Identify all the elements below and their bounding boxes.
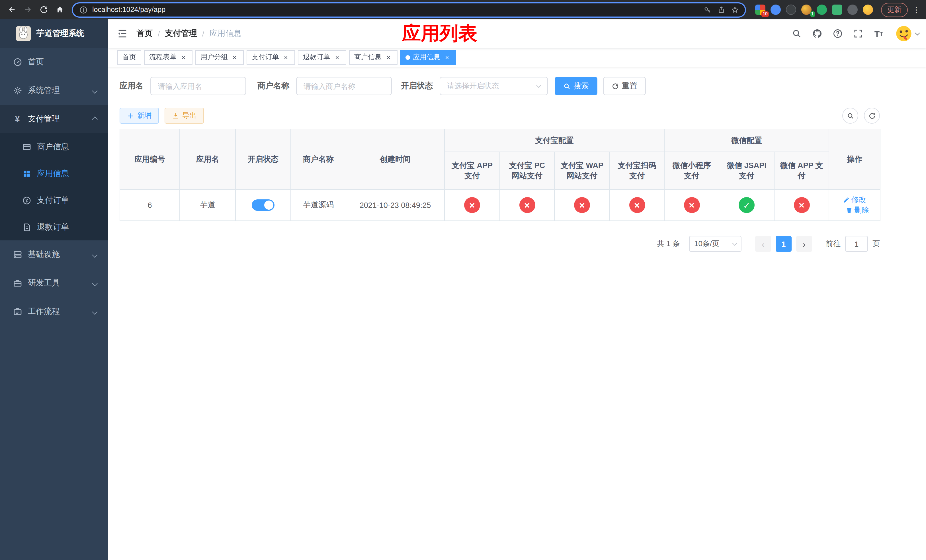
sidebar-item-dev-tools[interactable]: 研发工具 xyxy=(0,269,108,297)
col-app-id: 应用编号 xyxy=(120,129,180,189)
edit-link[interactable]: 修改 xyxy=(843,195,866,205)
share-icon[interactable] xyxy=(716,5,726,14)
tab-home[interactable]: 首页 xyxy=(117,50,141,65)
tab-refund-orders[interactable]: 退款订单 xyxy=(298,50,346,65)
breadcrumb-home[interactable]: 首页 xyxy=(137,29,153,39)
browser-menu-icon[interactable]: ⋮ xyxy=(911,5,921,14)
screen: localhost:1024/pay/app 10 1 xyxy=(0,0,926,560)
col-wx-app: 微信 APP 支付 xyxy=(774,152,829,189)
reload-button[interactable] xyxy=(36,2,51,17)
goto-page-input[interactable] xyxy=(845,236,868,252)
tab-process-form[interactable]: 流程表单 xyxy=(144,50,192,65)
extension-plugin-icon[interactable] xyxy=(847,5,858,15)
close-icon[interactable] xyxy=(282,53,290,61)
extension-chat-icon[interactable] xyxy=(832,5,842,15)
sidebar-item-merchant-info[interactable]: 商户信息 xyxy=(0,133,108,160)
app-name-input[interactable] xyxy=(150,77,246,95)
tab-label: 商户信息 xyxy=(354,52,381,62)
disabled-icon xyxy=(519,197,535,213)
app-logo[interactable]: 芋道管理系统 xyxy=(0,20,108,48)
export-button[interactable]: 导出 xyxy=(165,107,204,124)
page-number-button[interactable]: 1 xyxy=(776,236,791,252)
workflow-icon xyxy=(12,307,22,316)
url-text[interactable]: localhost:1024/pay/app xyxy=(92,6,698,14)
extension-emoji-icon[interactable] xyxy=(863,5,873,15)
tab-label: 退款订单 xyxy=(303,52,330,62)
user-menu[interactable] xyxy=(895,25,919,42)
chevron-down-icon xyxy=(915,30,920,35)
site-info-icon[interactable] xyxy=(79,5,88,14)
col-app-name: 应用名 xyxy=(180,129,236,189)
table-toolbar: 新增 导出 xyxy=(120,107,880,124)
extension-grid-icon[interactable]: 10 xyxy=(755,5,766,15)
cell-wx-app xyxy=(774,189,829,221)
tab-label: 应用信息 xyxy=(413,52,440,62)
close-icon[interactable] xyxy=(333,53,341,61)
next-page-button[interactable]: › xyxy=(796,236,812,252)
total-count: 共 1 条 xyxy=(657,239,680,249)
chrome-update-button[interactable]: 更新 xyxy=(881,3,908,17)
cell-merchant: 芋道源码 xyxy=(291,189,346,221)
cell-ops: 修改 删除 xyxy=(829,189,880,221)
close-icon[interactable] xyxy=(384,53,392,61)
sidebar-item-app-info[interactable]: 应用信息 xyxy=(0,160,108,187)
forward-button[interactable] xyxy=(21,2,35,17)
sidebar-item-label: 基础设施 xyxy=(28,250,87,260)
fullscreen-icon[interactable] xyxy=(850,25,867,42)
extension-avatar-icon[interactable]: 1 xyxy=(801,5,811,15)
grid-icon xyxy=(22,169,31,178)
tab-merchant-info[interactable]: 商户信息 xyxy=(349,50,398,65)
home-button[interactable] xyxy=(52,2,67,17)
tab-payment-orders[interactable]: 支付订单 xyxy=(247,50,295,65)
search-icon[interactable] xyxy=(788,25,805,42)
chevron-down-icon xyxy=(92,88,98,94)
tab-app-info[interactable]: 应用信息 xyxy=(400,50,456,65)
chevron-down-icon xyxy=(92,280,98,286)
help-icon[interactable] xyxy=(829,25,846,42)
extension-wechat-icon[interactable] xyxy=(817,5,827,15)
font-size-icon[interactable]: TT xyxy=(870,25,887,42)
tab-user-group[interactable]: 用户分组 xyxy=(195,50,244,65)
status-select[interactable]: 请选择开启状态 xyxy=(440,77,548,95)
sidebar-item-payment-orders[interactable]: 支付订单 xyxy=(0,187,108,213)
breadcrumb-payment[interactable]: 支付管理 xyxy=(165,29,197,39)
toggle-search-button[interactable] xyxy=(842,107,858,124)
dashboard-icon xyxy=(12,57,22,67)
download-icon xyxy=(172,112,179,120)
sidebar-item-workflow[interactable]: 工作流程 xyxy=(0,297,108,326)
sidebar-item-payment[interactable]: ¥ 支付管理 xyxy=(0,105,108,133)
sidebar-item-home[interactable]: 首页 xyxy=(0,48,108,76)
github-icon[interactable] xyxy=(809,25,826,42)
close-icon[interactable] xyxy=(443,53,451,61)
prev-page-button[interactable]: ‹ xyxy=(755,236,771,252)
password-key-icon[interactable] xyxy=(703,5,712,14)
url-bar[interactable]: localhost:1024/pay/app xyxy=(72,2,746,17)
refresh-table-button[interactable] xyxy=(864,107,880,124)
close-icon[interactable] xyxy=(231,53,239,61)
refresh-icon xyxy=(868,112,876,120)
reset-button[interactable]: 重置 xyxy=(603,77,646,95)
sidebar-item-system[interactable]: 系统管理 xyxy=(0,76,108,105)
hamburger-icon[interactable] xyxy=(108,20,137,48)
extension-badge: 1 xyxy=(810,11,815,17)
cell-created: 2021-10-23 08:49:25 xyxy=(346,189,445,221)
close-icon[interactable] xyxy=(179,53,188,61)
extension-dark-icon[interactable] xyxy=(786,5,796,15)
col-alipay-pc: 支付宝 PC 网站支付 xyxy=(500,152,554,189)
add-button[interactable]: 新增 xyxy=(120,107,159,124)
page-size-select[interactable]: 10条/页 xyxy=(689,236,741,252)
delete-link[interactable]: 删除 xyxy=(846,205,869,215)
sidebar-item-refund-orders[interactable]: 退款订单 xyxy=(0,213,108,241)
sidebar-item-label: 应用信息 xyxy=(37,168,99,179)
status-toggle[interactable] xyxy=(252,200,274,211)
extension-drop-icon[interactable] xyxy=(770,5,781,15)
trash-icon xyxy=(846,207,853,213)
back-button[interactable] xyxy=(5,2,20,17)
breadcrumb-separator: / xyxy=(158,29,160,38)
bookmark-star-icon[interactable] xyxy=(730,5,739,14)
sidebar-item-infrastructure[interactable]: 基础设施 xyxy=(0,241,108,269)
search-button[interactable]: 搜索 xyxy=(555,77,598,95)
merchant-name-input[interactable] xyxy=(296,77,392,95)
table-row: 6 芋道 芋道源码 2021-10-23 08:49:25 xyxy=(120,189,880,221)
page-body: 应用名 商户名称 开启状态 请选择开启状态 搜索 xyxy=(108,67,926,252)
